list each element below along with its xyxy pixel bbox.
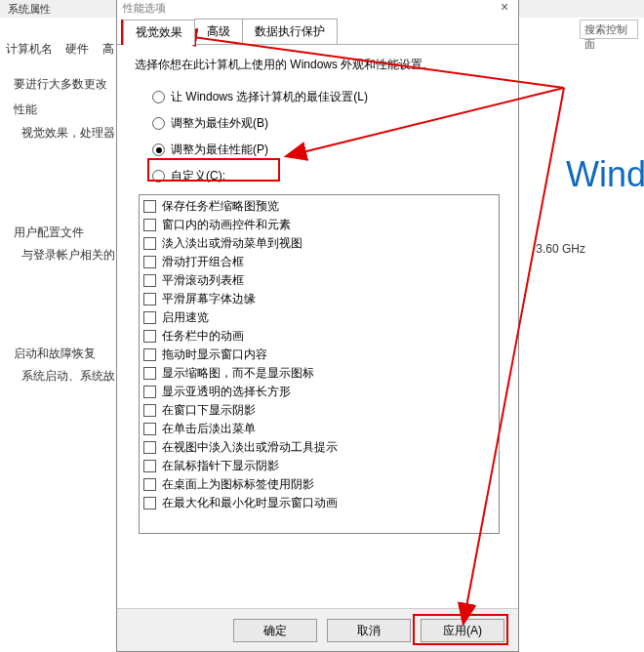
list-item-label: 在桌面上为图标标签使用阴影 bbox=[162, 476, 314, 493]
list-item[interactable]: 平滑滚动列表框 bbox=[143, 271, 495, 290]
bg-tab-advanced-cut[interactable]: 高 bbox=[102, 42, 114, 56]
dialog-body: 选择你想在此计算机上使用的 Windows 外观和性能设置。 让 Windows… bbox=[117, 45, 518, 611]
checkbox-icon bbox=[143, 404, 156, 417]
list-item[interactable]: 滑动打开组合框 bbox=[143, 253, 495, 271]
checkbox-icon bbox=[143, 256, 156, 268]
radio-label: 让 Windows 选择计算机的最佳设置(L) bbox=[171, 89, 368, 105]
ok-button[interactable]: 确定 bbox=[233, 619, 317, 642]
list-item[interactable]: 显示缩略图，而不是显示图标 bbox=[143, 364, 495, 383]
bg-tab-hardware[interactable]: 硬件 bbox=[65, 42, 89, 56]
checkbox-icon bbox=[143, 219, 156, 231]
radio-best-performance[interactable]: 调整为最佳性能(P) bbox=[152, 142, 501, 158]
checkbox-icon bbox=[143, 460, 156, 472]
radio-icon bbox=[152, 170, 165, 183]
checkbox-icon bbox=[143, 311, 156, 324]
list-item-label: 平滑屏幕字体边缘 bbox=[162, 291, 256, 307]
tab-dep[interactable]: 数据执行保护 bbox=[242, 19, 338, 44]
checkbox-icon bbox=[143, 237, 156, 250]
search-input[interactable]: 搜索控制面 bbox=[580, 20, 638, 39]
list-item[interactable]: 在视图中淡入淡出或滑动工具提示 bbox=[143, 438, 495, 457]
checkbox-icon bbox=[143, 274, 156, 287]
list-item-label: 在最大化和最小化时显示窗口动画 bbox=[162, 495, 338, 511]
bg-desc-1: 要进行大多数更改 bbox=[14, 76, 107, 93]
tab-advanced[interactable]: 高级 bbox=[194, 19, 243, 44]
checkbox-icon bbox=[143, 497, 156, 509]
list-item-label: 显示缩略图，而不是显示图标 bbox=[162, 365, 314, 382]
apply-button[interactable]: 应用(A) bbox=[421, 619, 504, 642]
dialog-description: 选择你想在此计算机上使用的 Windows 外观和性能设置。 bbox=[135, 57, 501, 73]
list-item-label: 在视图中淡入淡出或滑动工具提示 bbox=[162, 439, 338, 456]
dialog-footer: 确定 取消 应用(A) bbox=[117, 608, 518, 651]
radio-let-windows-choose[interactable]: 让 Windows 选择计算机的最佳设置(L) bbox=[152, 89, 501, 105]
bg-user-desc: 与登录帐户相关的 bbox=[21, 247, 115, 264]
list-item-label: 淡入淡出或滑动菜单到视图 bbox=[162, 235, 302, 252]
list-item[interactable]: 在单击后淡出菜单 bbox=[143, 420, 495, 438]
cancel-button[interactable]: 取消 bbox=[327, 619, 411, 642]
checkbox-icon bbox=[143, 367, 156, 380]
list-item-label: 任务栏中的动画 bbox=[162, 328, 244, 345]
checkbox-icon bbox=[143, 200, 156, 213]
radio-label: 自定义(C): bbox=[171, 168, 225, 184]
list-item[interactable]: 在桌面上为图标标签使用阴影 bbox=[143, 475, 495, 494]
bg-tab-computer-name[interactable]: 计算机名 bbox=[6, 42, 53, 56]
custom-options-list[interactable]: 保存任务栏缩略图预览 窗口内的动画控件和元素 淡入淡出或滑动菜单到视图 滑动打开… bbox=[139, 194, 500, 534]
list-item[interactable]: 在窗口下显示阴影 bbox=[143, 401, 495, 420]
tab-visual-effects[interactable]: 视觉效果 bbox=[123, 20, 195, 45]
checkbox-icon bbox=[143, 478, 156, 491]
bg-user-group: 用户配置文件 bbox=[14, 224, 84, 241]
bg-title: 系统属性 bbox=[8, 2, 51, 17]
dialog-tabs: 视觉效果 高级 数据执行保护 bbox=[117, 18, 518, 45]
checkbox-icon bbox=[143, 423, 156, 435]
bg-windows-logo-text: Wind bbox=[566, 154, 644, 195]
radio-custom[interactable]: 自定义(C): bbox=[152, 168, 501, 184]
dialog-title: 性能选项 bbox=[117, 0, 518, 18]
checkbox-icon bbox=[143, 293, 156, 306]
list-item[interactable]: 淡入淡出或滑动菜单到视图 bbox=[143, 234, 495, 253]
checkbox-icon bbox=[143, 386, 156, 398]
list-item[interactable]: 在鼠标指针下显示阴影 bbox=[143, 457, 495, 475]
list-item[interactable]: 保存任务栏缩略图预览 bbox=[143, 197, 495, 216]
checkbox-icon bbox=[143, 441, 156, 454]
list-item[interactable]: 启用速览 bbox=[143, 308, 495, 327]
bg-startup-group: 启动和故障恢复 bbox=[14, 346, 96, 362]
list-item-label: 显示亚透明的选择长方形 bbox=[162, 384, 291, 400]
list-item[interactable]: 任务栏中的动画 bbox=[143, 327, 495, 346]
list-item[interactable]: 拖动时显示窗口内容 bbox=[143, 346, 495, 364]
list-item-label: 窗口内的动画控件和元素 bbox=[162, 217, 291, 233]
radio-best-appearance[interactable]: 调整为最佳外观(B) bbox=[152, 115, 501, 132]
radio-icon bbox=[152, 143, 165, 156]
radio-label: 调整为最佳外观(B) bbox=[171, 115, 268, 132]
bg-perf-desc: 视觉效果，处理器 bbox=[21, 125, 115, 142]
list-item[interactable]: 平滑屏幕字体边缘 bbox=[143, 290, 495, 308]
list-item-label: 在单击后淡出菜单 bbox=[162, 421, 256, 437]
radio-icon bbox=[152, 117, 165, 130]
performance-options-dialog: 性能选项 × 视觉效果 高级 数据执行保护 选择你想在此计算机上使用的 Wind… bbox=[116, 0, 519, 652]
list-item-label: 平滑滚动列表框 bbox=[162, 272, 244, 289]
close-icon[interactable]: × bbox=[497, 0, 512, 16]
list-item-label: 拖动时显示窗口内容 bbox=[162, 346, 267, 363]
list-item-label: 在鼠标指针下显示阴影 bbox=[162, 458, 279, 474]
list-item-label: 在窗口下显示阴影 bbox=[162, 402, 256, 419]
list-item[interactable]: 显示亚透明的选择长方形 bbox=[143, 383, 495, 401]
bg-tabs: 计算机名 硬件 高 bbox=[6, 41, 124, 58]
radio-icon bbox=[152, 91, 165, 103]
list-item-label: 滑动打开组合框 bbox=[162, 254, 244, 270]
bg-perf-group: 性能 bbox=[14, 102, 37, 118]
list-item[interactable]: 在最大化和最小化时显示窗口动画 bbox=[143, 494, 495, 512]
list-item[interactable]: 窗口内的动画控件和元素 bbox=[143, 216, 495, 234]
checkbox-icon bbox=[143, 348, 156, 361]
bg-startup-desc: 系统启动、系统故 bbox=[21, 368, 115, 385]
checkbox-icon bbox=[143, 330, 156, 343]
list-item-label: 启用速览 bbox=[162, 309, 209, 326]
radio-label: 调整为最佳性能(P) bbox=[171, 142, 268, 158]
list-item-label: 保存任务栏缩略图预览 bbox=[162, 198, 279, 215]
bg-ghz: 3.60 GHz bbox=[536, 242, 585, 256]
